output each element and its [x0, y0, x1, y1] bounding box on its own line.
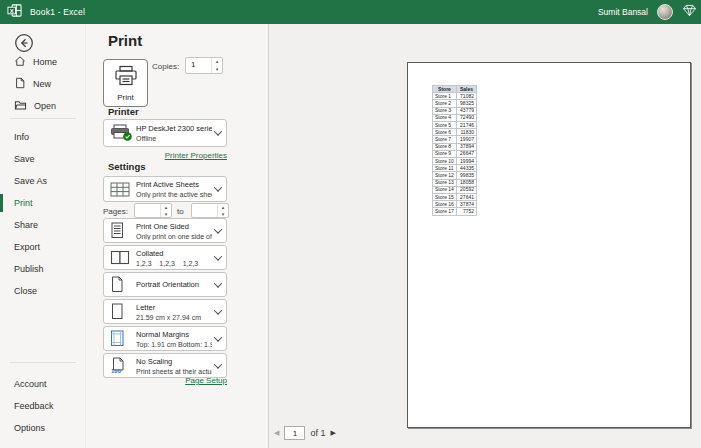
pages-from-stepper[interactable]: ▴ ▾: [134, 203, 172, 218]
sidebar-item-options[interactable]: Options: [0, 417, 86, 439]
dropdown-scaling-title: No Scaling: [136, 357, 212, 366]
store-cell: Store 8: [433, 143, 457, 150]
copies-stepper[interactable]: 1 ▴ ▾: [185, 57, 223, 74]
store-cell: Store 16: [433, 201, 457, 208]
next-page-icon[interactable]: ▶: [330, 429, 335, 437]
store-cell: Store 12: [433, 172, 457, 179]
copies-down-icon[interactable]: ▾: [212, 66, 222, 74]
dropdown-margins[interactable]: Normal MarginsTop: 1.91 cm Bottom: 1.91 …: [103, 326, 227, 351]
avatar[interactable]: [657, 4, 673, 20]
sidebar-item-print[interactable]: Print: [0, 192, 86, 214]
chevron-down-icon: [214, 127, 222, 135]
excel-logo-icon: X: [7, 3, 22, 22]
sales-cell: 19907: [457, 136, 477, 143]
sidebar-item-home[interactable]: Home: [0, 51, 86, 73]
chevron-down-icon: [214, 360, 222, 368]
sheet-row: Store 611830: [433, 129, 477, 136]
svg-text:100: 100: [111, 368, 122, 374]
dropdown-collation-title: Collated: [136, 249, 212, 258]
printer-name: HP DeskJet 2300 series: [136, 124, 212, 133]
sheet-row: Store 1527641: [433, 194, 477, 201]
sales-cell: 26647: [457, 150, 477, 157]
dropdown-print-what-title: Print Active Sheets: [136, 180, 212, 189]
back-button[interactable]: [14, 33, 34, 53]
dropdown-orientation[interactable]: Portrait Orientation: [103, 272, 227, 297]
sidebar-item-export[interactable]: Export: [0, 236, 86, 258]
sidebar-item-info[interactable]: Info: [0, 126, 86, 148]
dropdown-sides[interactable]: Print One SidedOnly print on one side of…: [103, 218, 227, 243]
pages-to-down-icon[interactable]: ▾: [218, 211, 228, 218]
sheet-row: Store 472490: [433, 114, 477, 121]
sidebar-item-publish[interactable]: Publish: [0, 258, 86, 280]
gem-icon[interactable]: [682, 3, 697, 21]
sidebar-item-save[interactable]: Save: [0, 148, 86, 170]
printer-icon: [114, 65, 138, 90]
sales-cell: 20592: [457, 186, 477, 193]
preview-page: StoreSales Store 171082Store 298325Store…: [407, 62, 691, 428]
sheet-row: Store 521746: [433, 122, 477, 129]
sales-cell: 19994: [457, 158, 477, 165]
sidebar-item-open[interactable]: Open: [0, 95, 86, 117]
page-count-label: of 1: [310, 428, 325, 438]
sales-cell: 21746: [457, 122, 477, 129]
sheet-row: Store 177752: [433, 208, 477, 215]
page-navigation: ◀ 1 of 1 ▶: [274, 426, 336, 440]
dropdown-collation-subtitle: 1,2,3 1,2,3 1,2,3: [136, 260, 212, 267]
sales-cell: 37874: [457, 201, 477, 208]
sidebar-item-new[interactable]: New: [0, 73, 86, 95]
pages-label: Pages:: [103, 207, 128, 216]
store-cell: Store 4: [433, 114, 457, 121]
dropdown-sides-subtitle: Only print on one side of the…: [136, 233, 212, 240]
sales-cell: 43779: [457, 107, 477, 114]
store-cell: Store 7: [433, 136, 457, 143]
pages-from-down-icon[interactable]: ▾: [161, 211, 171, 218]
sheet-row: Store 171082: [433, 93, 477, 100]
copies-value[interactable]: 1: [186, 58, 211, 73]
sidebar-divider: [10, 362, 76, 363]
sheet-row: Store 343779: [433, 107, 477, 114]
sales-cell: 37894: [457, 143, 477, 150]
copies-up-icon[interactable]: ▴: [212, 58, 222, 66]
sales-cell: 18058: [457, 179, 477, 186]
sidebar-item-save-as[interactable]: Save As: [0, 170, 86, 192]
dropdown-margins-subtitle: Top: 1.91 cm Bottom: 1.91 cm…: [136, 341, 212, 348]
chevron-down-icon: [214, 306, 222, 314]
current-page-input[interactable]: 1: [284, 426, 305, 440]
sales-cell: 7752: [457, 208, 477, 215]
sales-cell: 71082: [457, 93, 477, 100]
sidebar-item-feedback[interactable]: Feedback: [0, 395, 86, 417]
portrait-icon: [110, 276, 136, 293]
settings-section-label: Settings: [108, 161, 145, 172]
printer-status: Offline: [136, 135, 212, 142]
previous-page-icon[interactable]: ◀: [274, 429, 279, 437]
sidebar-item-account[interactable]: Account: [0, 373, 86, 395]
chevron-down-icon: [214, 225, 222, 233]
print-button[interactable]: Print: [103, 59, 148, 107]
print-settings-panel: Print Print Copies: 1 ▴ ▾ Printer HP Des…: [86, 24, 268, 448]
page-setup-link[interactable]: Page Setup: [185, 376, 227, 385]
sidebar-item-share[interactable]: Share: [0, 214, 86, 236]
dropdown-collation[interactable]: Collated1,2,3 1,2,3 1,2,3: [103, 245, 227, 270]
printer-select[interactable]: HP DeskJet 2300 series Offline: [103, 119, 227, 147]
dropdown-paper-size[interactable]: Letter21.59 cm x 27.94 cm: [103, 299, 227, 324]
dropdown-scaling[interactable]: 100No ScalingPrint sheets at their actua…: [103, 353, 227, 378]
page-title: Print: [108, 32, 142, 49]
printer-properties-link[interactable]: Printer Properties: [165, 151, 227, 160]
store-cell: Store 10: [433, 158, 457, 165]
dropdown-margins-title: Normal Margins: [136, 330, 212, 339]
margins-icon: [110, 330, 136, 347]
sheet-row: Store 926647: [433, 150, 477, 157]
sales-cell: 44335: [457, 165, 477, 172]
svg-text:X: X: [10, 6, 14, 13]
copies-label: Copies:: [152, 62, 179, 71]
store-cell: Store 9: [433, 150, 457, 157]
dropdown-print-what[interactable]: Print Active SheetsOnly print the active…: [103, 176, 227, 202]
sheet-header-cell: Sales: [457, 86, 477, 93]
new-file-icon: [14, 77, 26, 91]
chevron-down-icon: [214, 279, 222, 287]
user-name[interactable]: Sumit Bansal: [598, 7, 648, 17]
pages-to-stepper[interactable]: ▴ ▾: [191, 203, 229, 218]
sidebar-item-close[interactable]: Close: [0, 280, 86, 302]
dropdown-print-what-subtitle: Only print the active sheets: [136, 191, 212, 198]
store-cell: Store 11: [433, 165, 457, 172]
